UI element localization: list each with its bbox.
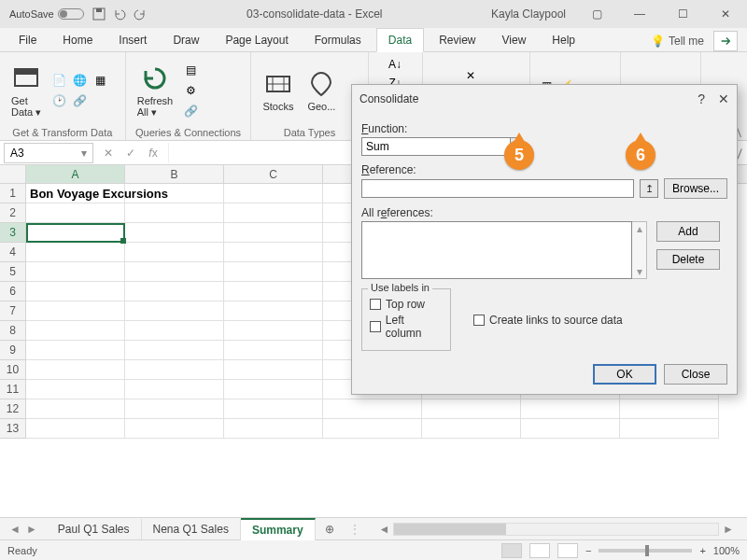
cell[interactable] xyxy=(125,360,224,380)
close-dialog-icon[interactable]: ✕ xyxy=(718,91,729,106)
cell[interactable] xyxy=(224,360,323,380)
cell[interactable] xyxy=(323,419,422,439)
cell[interactable] xyxy=(521,419,620,439)
reference-input[interactable] xyxy=(361,179,634,198)
cell[interactable] xyxy=(224,282,323,301)
cell[interactable] xyxy=(224,399,323,419)
cancel-formula-icon[interactable]: ✕ xyxy=(99,147,118,160)
from-text-icon[interactable]: 📄 xyxy=(50,72,67,89)
tab-page-layout[interactable]: Page Layout xyxy=(214,29,299,51)
select-all-corner[interactable] xyxy=(0,165,26,183)
existing-conn-icon[interactable]: 🔗 xyxy=(71,92,88,109)
cell[interactable] xyxy=(26,360,125,380)
tab-home[interactable]: Home xyxy=(51,29,104,51)
row-header[interactable]: 8 xyxy=(0,321,26,341)
row-header[interactable]: 9 xyxy=(0,341,26,360)
collapse-dialog-icon[interactable]: ↥ xyxy=(640,179,658,198)
enter-formula-icon[interactable]: ✓ xyxy=(121,147,140,160)
cell[interactable] xyxy=(224,262,323,282)
close-button[interactable]: Close xyxy=(664,364,727,385)
browse-button[interactable]: Browse... xyxy=(664,178,727,199)
from-web-icon[interactable]: 🌐 xyxy=(71,72,88,89)
cell[interactable] xyxy=(26,243,125,262)
tab-review[interactable]: Review xyxy=(428,29,486,51)
col-header[interactable]: A xyxy=(26,165,125,183)
ok-button[interactable]: OK xyxy=(593,364,656,385)
fx-icon[interactable]: fx xyxy=(144,147,162,160)
cell[interactable] xyxy=(224,223,323,243)
cell[interactable] xyxy=(125,223,224,243)
cell[interactable] xyxy=(224,243,323,262)
next-sheet-icon[interactable]: ► xyxy=(26,523,37,536)
col-header[interactable]: C xyxy=(224,165,323,183)
tab-view[interactable]: View xyxy=(491,29,538,51)
row-header[interactable]: 11 xyxy=(0,380,26,399)
delete-button[interactable]: Delete xyxy=(656,249,720,270)
tab-help[interactable]: Help xyxy=(541,29,586,51)
tab-formulas[interactable]: Formulas xyxy=(303,29,373,51)
cell[interactable] xyxy=(224,184,323,203)
zoom-out-icon[interactable]: − xyxy=(585,545,591,556)
name-box[interactable]: A3▾ xyxy=(4,143,93,163)
left-column-checkbox[interactable]: Left column xyxy=(370,314,443,340)
row-header[interactable]: 13 xyxy=(0,419,26,439)
cell[interactable] xyxy=(125,282,224,301)
cell[interactable] xyxy=(422,419,521,439)
quick-access-toolbar[interactable] xyxy=(92,7,148,21)
function-input[interactable] xyxy=(361,137,511,156)
maximize-icon[interactable]: ☐ xyxy=(661,0,704,28)
cell[interactable] xyxy=(26,419,125,439)
edit-links-icon[interactable]: 🔗 xyxy=(182,103,199,119)
top-row-checkbox[interactable]: Top row xyxy=(370,298,443,311)
cell[interactable] xyxy=(224,419,323,439)
stocks-button[interactable]: Stocks xyxy=(259,67,297,114)
cell[interactable] xyxy=(26,282,125,301)
cell[interactable] xyxy=(125,399,224,419)
cell[interactable] xyxy=(125,321,224,341)
clear-icon[interactable]: ✕ xyxy=(462,67,479,84)
cell[interactable] xyxy=(620,399,719,419)
cell[interactable] xyxy=(26,203,125,223)
minimize-icon[interactable]: — xyxy=(618,0,661,28)
row-header[interactable]: 2 xyxy=(0,203,26,223)
new-sheet-icon[interactable]: ⊕ xyxy=(316,523,344,536)
tab-draw[interactable]: Draw xyxy=(162,29,210,51)
cell[interactable] xyxy=(323,399,422,419)
zoom-slider[interactable] xyxy=(599,549,692,553)
zoom-in-icon[interactable]: + xyxy=(699,545,705,556)
cell[interactable] xyxy=(125,301,224,321)
properties-icon[interactable]: ⚙ xyxy=(182,82,199,99)
row-header[interactable]: 12 xyxy=(0,399,26,419)
cell[interactable] xyxy=(125,184,224,203)
queries-icon[interactable]: ▤ xyxy=(182,62,199,78)
row-header[interactable]: 5 xyxy=(0,262,26,282)
cell[interactable] xyxy=(26,341,125,360)
tab-insert[interactable]: Insert xyxy=(107,29,158,51)
undo-icon[interactable] xyxy=(112,7,127,21)
row-header[interactable]: 4 xyxy=(0,243,26,262)
cell[interactable] xyxy=(521,399,620,419)
prev-sheet-icon[interactable]: ◄ xyxy=(9,523,21,536)
cell[interactable] xyxy=(125,203,224,223)
geography-button[interactable]: Geo... xyxy=(303,67,340,114)
autosave-toggle[interactable]: AutoSave xyxy=(9,8,84,20)
sheet-tab[interactable]: Nena Q1 Sales xyxy=(142,519,241,539)
cell[interactable] xyxy=(26,301,125,321)
sheet-tab[interactable]: Paul Q1 Sales xyxy=(47,519,142,539)
create-links-checkbox[interactable]: Create links to source data xyxy=(473,314,623,327)
row-header[interactable]: 3 xyxy=(0,223,26,243)
cell[interactable] xyxy=(224,301,323,321)
help-icon[interactable]: ? xyxy=(698,91,705,106)
cell[interactable]: Bon Voyage Excursions xyxy=(26,184,125,203)
tab-data[interactable]: Data xyxy=(376,28,424,52)
tell-me-search[interactable]: 💡 Tell me xyxy=(651,35,704,48)
cell[interactable] xyxy=(422,399,521,419)
from-table-icon[interactable]: ▦ xyxy=(92,72,108,89)
add-button[interactable]: Add xyxy=(656,221,720,242)
zoom-level[interactable]: 100% xyxy=(713,545,740,556)
cell[interactable] xyxy=(224,341,323,360)
cell[interactable] xyxy=(125,419,224,439)
cell[interactable] xyxy=(125,380,224,399)
cell[interactable] xyxy=(26,223,125,243)
get-data-button[interactable]: GetData ▾ xyxy=(7,62,45,120)
